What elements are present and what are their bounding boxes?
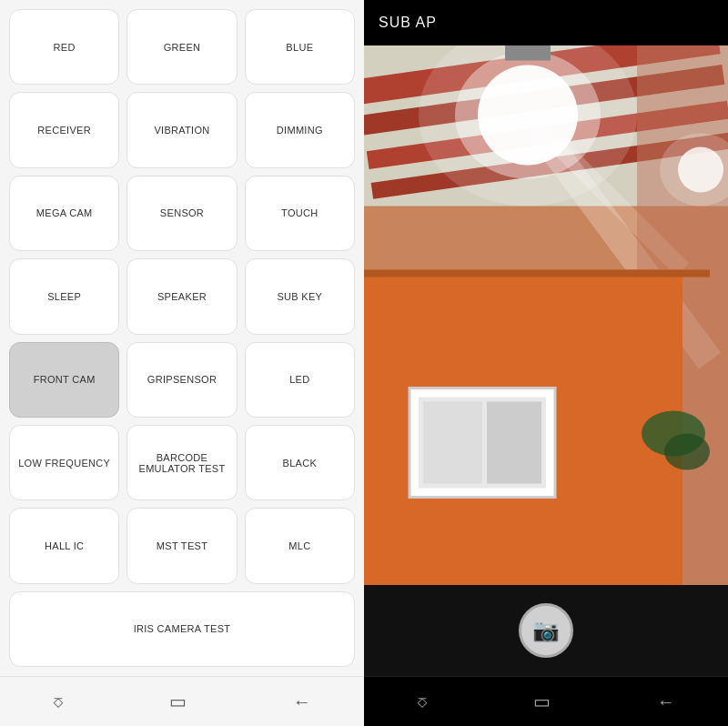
btn-sensor[interactable]: SENSOR [126, 176, 237, 251]
btn-sleep[interactable]: SLEEP [9, 258, 119, 334]
btn-green[interactable]: GREEN [126, 9, 237, 85]
btn-barcode-emulator-test[interactable]: BARCODE EMULATOR TEST [126, 425, 237, 500]
camera-label: SUB AP [379, 15, 437, 31]
btn-black[interactable]: BLACK [245, 425, 355, 500]
camera-footer: 📷 [364, 585, 728, 676]
shutter-button[interactable]: 📷 [519, 603, 573, 658]
btn-touch[interactable]: TOUCH [245, 176, 355, 251]
right-panel: SUB AP [364, 0, 728, 726]
btn-mst-test[interactable]: MST TEST [126, 508, 237, 583]
svg-point-18 [664, 434, 710, 470]
btn-hall-ic[interactable]: HALL IC [9, 508, 119, 583]
btn-mega-cam[interactable]: MEGA CAM [9, 176, 119, 251]
btn-low-frequency[interactable]: LOW FREQUENCY [9, 425, 119, 500]
svg-rect-15 [423, 402, 482, 484]
camera-shutter-icon: 📷 [532, 618, 560, 643]
btn-led[interactable]: LED [245, 342, 355, 418]
btn-red[interactable]: RED [9, 9, 119, 85]
btn-mlc[interactable]: MLC [245, 508, 355, 583]
left-recents-icon[interactable]: ⎏ [53, 691, 64, 712]
camera-feed [364, 45, 728, 585]
btn-iris-camera-test[interactable]: IRIS CAMERA TEST [9, 591, 355, 667]
btn-receiver[interactable]: RECEIVER [9, 92, 119, 167]
left-back-icon[interactable]: ← [293, 691, 311, 712]
left-home-icon[interactable]: ▭ [169, 691, 187, 712]
btn-vibration[interactable]: VIBRATION [126, 92, 237, 167]
btn-speaker[interactable]: SPEAKER [126, 258, 237, 334]
right-nav-bar: ⎏ ▭ ← [364, 676, 728, 726]
right-home-icon[interactable]: ▭ [533, 691, 551, 712]
right-back-icon[interactable]: ← [657, 691, 675, 712]
btn-dimming[interactable]: DIMMING [245, 92, 355, 167]
btn-gripsensor[interactable]: GRIPSENSOR [126, 342, 237, 418]
svg-rect-19 [364, 270, 710, 277]
btn-blue[interactable]: BLUE [245, 9, 355, 85]
left-panel: REDGREENBLUERECEIVERVIBRATIONDIMMINGMEGA… [0, 0, 364, 726]
right-recents-icon[interactable]: ⎏ [417, 691, 428, 712]
btn-front-cam[interactable]: FRONT CAM [9, 342, 119, 418]
left-nav-bar: ⎏ ▭ ← [0, 676, 364, 726]
camera-header: SUB AP [364, 0, 728, 45]
btn-sub-key[interactable]: SUB KEY [245, 258, 355, 334]
camera-viewfinder [364, 45, 728, 585]
svg-rect-16 [487, 402, 541, 484]
button-grid: REDGREENBLUERECEIVERVIBRATIONDIMMINGMEGA… [0, 0, 364, 676]
svg-rect-20 [505, 45, 551, 61]
